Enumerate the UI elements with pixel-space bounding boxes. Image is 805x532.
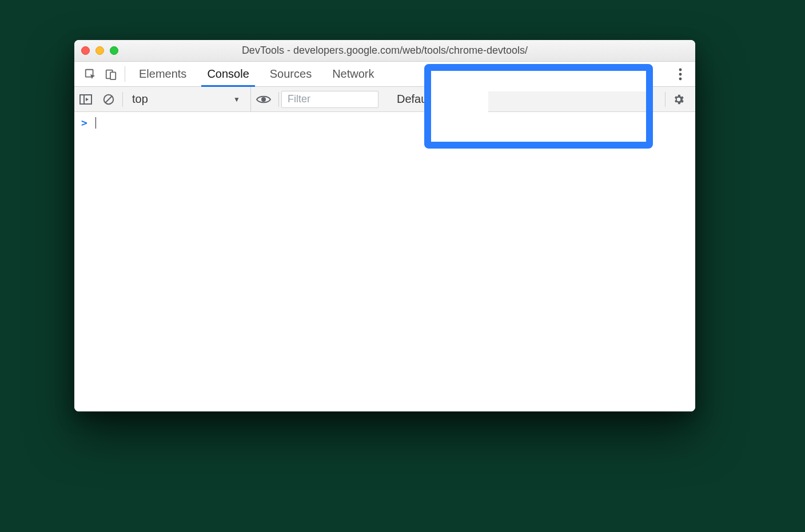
svg-point-5 [679,77,682,80]
tab-network[interactable]: Network [322,62,384,86]
devtools-window: DevTools - developers.google.com/web/too… [74,40,695,411]
tab-console[interactable]: Console [197,62,259,86]
live-expression-icon[interactable] [251,94,276,105]
filter-placeholder: Filter [288,93,310,105]
minimize-window-button[interactable] [95,46,104,55]
titlebar: DevTools - developers.google.com/web/too… [74,40,695,62]
tab-label: Console [207,67,249,81]
separator [665,92,665,107]
separator [122,92,123,107]
svg-rect-2 [110,72,115,79]
console-output-area[interactable]: > [74,112,695,411]
prompt-chevron-icon: > [81,117,87,129]
close-window-button[interactable] [81,46,90,55]
svg-point-4 [679,73,682,75]
tab-label: Network [332,67,374,81]
chevron-down-icon: ▼ [470,95,477,103]
console-prompt[interactable]: > [81,117,688,129]
filter-input[interactable]: Filter [281,91,378,108]
console-toolbar: top ▼ Filter Default levels ▼ [74,87,695,112]
toggle-device-toolbar-icon[interactable] [101,62,121,86]
context-label: top [132,93,148,106]
panel-tabbar: Elements Console Sources Network Perform… [74,62,695,87]
svg-point-3 [679,68,682,71]
log-levels-dropdown[interactable]: Default levels ▼ [392,93,485,106]
text-caret [95,117,96,129]
window-title: DevTools - developers.google.com/web/too… [74,45,695,57]
separator [278,92,279,107]
traffic-lights [81,46,118,55]
inspect-element-icon[interactable] [80,62,101,86]
svg-line-9 [106,96,112,102]
clear-console-icon[interactable] [97,87,120,112]
zoom-window-button[interactable] [110,46,118,55]
execution-context-selector[interactable]: top ▼ [125,87,251,112]
svg-point-10 [261,97,266,102]
tab-label: Sources [270,67,312,81]
show-console-sidebar-icon[interactable] [74,87,97,112]
more-options-icon[interactable] [670,68,691,81]
chevron-down-icon: ▼ [233,95,240,103]
separator [125,66,125,82]
tab-elements[interactable]: Elements [129,62,197,86]
console-settings-icon[interactable] [668,93,690,106]
tab-sources[interactable]: Sources [260,62,322,86]
levels-label: Default levels [397,93,465,106]
tab-label: Elements [139,67,186,81]
